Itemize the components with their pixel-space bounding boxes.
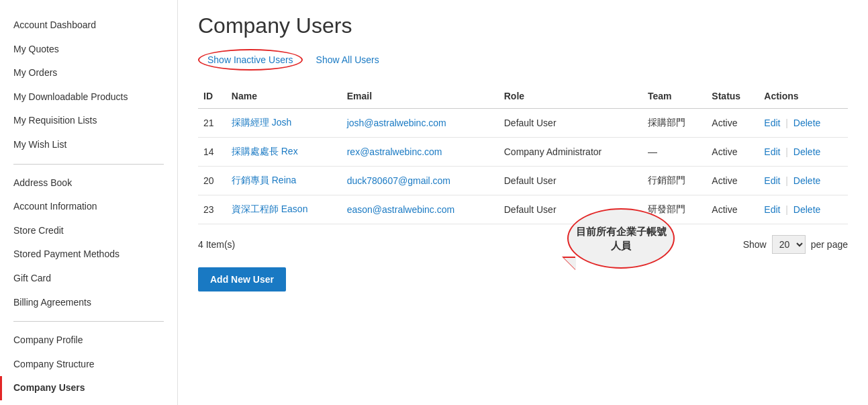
cell-status: Active: [706, 167, 759, 195]
edit-link[interactable]: Edit: [764, 204, 780, 215]
sidebar-item-address-book[interactable]: Address Book: [0, 171, 177, 195]
filter-links: Show Inactive Users Show All Users: [198, 49, 848, 71]
sidebar-item-account-information[interactable]: Account Information: [0, 195, 177, 219]
sidebar-item-wish-list[interactable]: My Wish List: [0, 133, 177, 157]
sidebar-item-downloadable-products[interactable]: My Downloadable Products: [0, 85, 177, 109]
sidebar-item-company-structure[interactable]: Company Structure: [0, 353, 177, 377]
sidebar-item-company-profile[interactable]: Company Profile: [0, 328, 177, 353]
table-row: 14 採購處處長 Rex rex@astralwebinc.com Compan…: [198, 138, 848, 167]
user-name-link[interactable]: 採購處處長 Rex: [232, 146, 298, 156]
cell-id: 21: [198, 109, 226, 138]
sidebar-item-roles-permissions[interactable]: Roles and Permissions: [0, 400, 177, 405]
cell-status: Active: [706, 195, 759, 224]
delete-link[interactable]: Delete: [793, 175, 820, 186]
show-label: Show: [743, 239, 767, 250]
delete-link[interactable]: Delete: [793, 204, 820, 215]
delete-link[interactable]: Delete: [793, 118, 820, 128]
sidebar-item-stored-payment[interactable]: Stored Payment Methods: [0, 242, 177, 267]
cell-name: 行銷專員 Reina: [226, 167, 342, 195]
cell-actions: Edit | Delete: [759, 167, 848, 195]
main-content: Company Users Show Inactive Users Show A…: [178, 0, 868, 405]
cell-status: Active: [706, 138, 759, 167]
cell-role: Default User: [499, 109, 642, 138]
cell-role: Company Administrator: [499, 138, 642, 167]
action-separator: |: [785, 146, 788, 157]
action-separator: |: [785, 175, 788, 186]
sidebar-item-store-credit[interactable]: Store Credit: [0, 219, 177, 243]
table-row: 21 採購經理 Josh josh@astralwebinc.com Defau…: [198, 109, 848, 138]
item-count: 4 Item(s): [198, 239, 235, 250]
col-header-team: Team: [642, 84, 706, 109]
sidebar-item-billing-agreements[interactable]: Billing Agreements: [0, 291, 177, 315]
cell-id: 14: [198, 138, 226, 167]
sidebar-divider-2: [13, 321, 164, 322]
sidebar-item-company-users[interactable]: Company Users: [0, 376, 177, 400]
per-page-label: per page: [811, 239, 848, 250]
cell-id: 23: [198, 195, 226, 224]
action-separator: |: [785, 118, 788, 128]
cell-role: Default User: [499, 167, 642, 195]
sidebar-item-account-dashboard[interactable]: Account Dashboard: [0, 13, 177, 38]
user-name-link[interactable]: 行銷專員 Reina: [232, 175, 296, 185]
cell-actions: Edit | Delete: [759, 138, 848, 167]
cell-name: 採購處處長 Rex: [226, 138, 342, 167]
sidebar: Account Dashboard My Quotes My Orders My…: [0, 0, 178, 405]
col-header-email: Email: [342, 84, 499, 109]
cell-name: 資深工程師 Eason: [226, 195, 342, 224]
user-email-link[interactable]: josh@astralwebinc.com: [347, 118, 446, 128]
cell-name: 採購經理 Josh: [226, 109, 342, 138]
cell-email: rex@astralwebinc.com: [342, 138, 499, 167]
show-inactive-users-link[interactable]: Show Inactive Users: [198, 49, 303, 71]
cell-email: josh@astralwebinc.com: [342, 109, 499, 138]
edit-link[interactable]: Edit: [764, 118, 780, 128]
col-header-role: Role: [499, 84, 642, 109]
sidebar-item-my-quotes[interactable]: My Quotes: [0, 38, 177, 62]
col-header-status: Status: [706, 84, 759, 109]
action-separator: |: [785, 204, 788, 215]
user-name-link[interactable]: 採購經理 Josh: [232, 117, 291, 128]
user-name-link[interactable]: 資深工程師 Eason: [232, 204, 308, 214]
user-email-link[interactable]: eason@astralwebinc.com: [347, 204, 455, 215]
cell-team: —: [642, 138, 706, 167]
cell-team: 採購部門: [642, 109, 706, 138]
add-new-user-button[interactable]: Add New User: [198, 267, 286, 291]
cell-team: 研發部門: [642, 195, 706, 224]
per-page-control: Show 20 40 80 per page: [743, 235, 848, 254]
show-all-users-link[interactable]: Show All Users: [316, 54, 379, 65]
edit-link[interactable]: Edit: [764, 175, 780, 186]
table-row: 20 行銷專員 Reina duck780607@gmail.com Defau…: [198, 167, 848, 195]
col-header-name: Name: [226, 84, 342, 109]
sidebar-item-my-orders[interactable]: My Orders: [0, 61, 177, 85]
page-title: Company Users: [198, 13, 848, 38]
cell-team: 行銷部門: [642, 167, 706, 195]
sidebar-item-requisition-lists[interactable]: My Requisition Lists: [0, 109, 177, 133]
cell-email: eason@astralwebinc.com: [342, 195, 499, 224]
cell-status: Active: [706, 109, 759, 138]
user-email-link[interactable]: duck780607@gmail.com: [347, 175, 450, 186]
cell-email: duck780607@gmail.com: [342, 167, 499, 195]
table-footer: 4 Item(s) Show 20 40 80 per page: [198, 235, 848, 254]
delete-link[interactable]: Delete: [793, 146, 820, 157]
users-table: ID Name Email Role Team Status Actions 2…: [198, 84, 848, 224]
table-row: 23 資深工程師 Eason eason@astralwebinc.com De…: [198, 195, 848, 224]
cell-actions: Edit | Delete: [759, 109, 848, 138]
per-page-select[interactable]: 20 40 80: [772, 235, 806, 254]
edit-link[interactable]: Edit: [764, 146, 780, 157]
sidebar-divider-1: [13, 164, 164, 165]
cell-role: Default User: [499, 195, 642, 224]
cell-actions: Edit | Delete: [759, 195, 848, 224]
col-header-actions: Actions: [759, 84, 848, 109]
col-header-id: ID: [198, 84, 226, 109]
user-email-link[interactable]: rex@astralwebinc.com: [347, 146, 442, 157]
sidebar-item-gift-card[interactable]: Gift Card: [0, 267, 177, 291]
cell-id: 20: [198, 167, 226, 195]
